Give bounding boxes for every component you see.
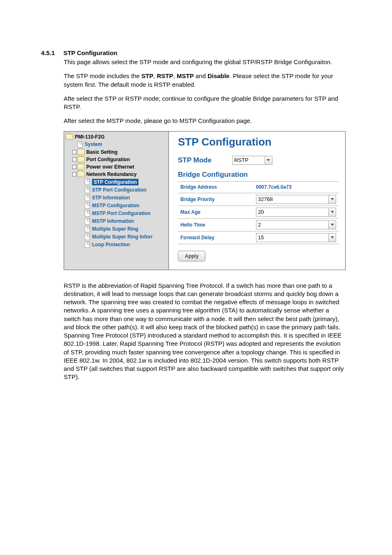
tree-stp-port-configuration[interactable]: STP Port Configuration — [66, 186, 168, 194]
page-icon — [85, 234, 90, 240]
main-panel: STP Configuration STP Mode RSTP Bridge C… — [169, 132, 345, 270]
tree-multiple-super-ring[interactable]: Multiple Super Ring — [66, 225, 168, 233]
chevron-down-icon — [328, 208, 336, 216]
chevron-down-icon — [328, 234, 336, 242]
bridge-address-label: Bridge Address — [178, 181, 254, 193]
paragraph-3: Afte select the STP or RSTP mode; contin… — [64, 95, 347, 111]
tree-network-redundancy[interactable]: Network Redundancy — [66, 171, 168, 178]
stp-mode-row: STP Mode RSTP — [178, 156, 339, 165]
chevron-down-icon — [328, 195, 336, 204]
page-icon — [85, 242, 90, 248]
tree-stp-information[interactable]: STP Information — [66, 194, 168, 202]
stp-mode-label: STP Mode — [178, 156, 212, 164]
forward-delay-select[interactable]: 15 — [256, 233, 336, 242]
page-icon — [85, 187, 90, 193]
bridge-priority-select[interactable]: 32768 — [256, 195, 336, 204]
table-row: Forward Delay 15 — [178, 231, 339, 244]
tree-port-configuration[interactable]: Port Configuration — [66, 156, 168, 163]
tree-system[interactable]: System — [66, 141, 168, 148]
apply-button[interactable]: Apply — [178, 251, 205, 261]
table-row: Bridge Address 0007.7ce6.0a73 — [178, 181, 339, 193]
folder-icon — [77, 149, 85, 155]
paragraph-1: This page allows select the STP mode and… — [64, 58, 347, 66]
page-icon — [85, 195, 90, 201]
table-row: Hello Time 2 — [178, 218, 339, 231]
stp-mode-select[interactable]: RSTP — [232, 156, 272, 165]
tree-basic-setting[interactable]: Basic Setting — [66, 148, 168, 156]
folder-icon — [77, 157, 85, 162]
tree-mstp-port-configuration[interactable]: MSTP Port Configuration — [66, 210, 168, 217]
nav-tree: PMI-110-F2G System Basic Setting Port Co… — [64, 132, 169, 270]
page-icon — [77, 141, 83, 148]
chevron-down-icon — [328, 221, 336, 229]
section-heading: 4.5.1 STP Configuration — [41, 49, 347, 56]
max-age-label: Max Age — [178, 206, 254, 218]
page-icon — [85, 203, 90, 209]
bridge-config-table: Bridge Address 0007.7ce6.0a73 Bridge Pri… — [178, 181, 339, 244]
stp-mode-value: RSTP — [233, 156, 265, 164]
tree-mstp-information[interactable]: MSTP Information — [66, 217, 168, 225]
table-row: Max Age 20 — [178, 206, 339, 218]
page-icon — [85, 226, 90, 232]
paragraph-5: RSTP is the abbreviation of Rapid Spanni… — [64, 282, 347, 382]
screenshot-panel: PMI-110-F2G System Basic Setting Port Co… — [64, 131, 346, 270]
tree-mstp-configuration[interactable]: MSTP Configuration — [66, 202, 168, 210]
section-title-text: STP Configuration — [63, 49, 117, 56]
page-icon — [85, 218, 90, 224]
tree-multiple-super-ring-inform[interactable]: Multiple Super Ring Inforr — [66, 233, 168, 241]
max-age-select[interactable]: 20 — [256, 208, 336, 217]
chevron-down-icon — [265, 156, 272, 164]
expand-icon[interactable] — [72, 150, 76, 154]
forward-delay-label: Forward Delay — [178, 231, 254, 244]
page-title: STP Configuration — [178, 136, 339, 148]
tree-power-over-ethernet[interactable]: Power over Ethernet — [66, 163, 168, 171]
tree-stp-configuration[interactable]: STP Configuration — [66, 178, 168, 186]
paragraph-4: After select the MSTP mode, please go to… — [64, 117, 347, 125]
collapse-icon[interactable] — [72, 172, 76, 176]
hello-time-select[interactable]: 2 — [256, 220, 336, 229]
page-icon — [85, 210, 90, 217]
page-icon — [85, 179, 90, 185]
folder-icon — [77, 164, 85, 170]
paragraph-2: The STP mode includes the STP, RSTP, MST… — [64, 72, 347, 89]
expand-icon[interactable] — [72, 165, 76, 169]
folder-icon — [66, 134, 73, 140]
table-row: Bridge Priority 32768 — [178, 193, 339, 206]
tree-loop-protection[interactable]: Loop Protection — [66, 241, 168, 249]
expand-icon[interactable] — [72, 157, 76, 162]
bridge-priority-label: Bridge Priority — [178, 193, 254, 206]
hello-time-label: Hello Time — [178, 218, 254, 231]
section-number: 4.5.1 — [41, 49, 62, 56]
bridge-address-value: 0007.7ce6.0a73 — [254, 181, 339, 193]
bridge-config-heading: Bridge Configuration — [178, 171, 339, 179]
folder-icon — [77, 171, 85, 177]
tree-root[interactable]: PMI-110-F2G — [66, 133, 168, 141]
